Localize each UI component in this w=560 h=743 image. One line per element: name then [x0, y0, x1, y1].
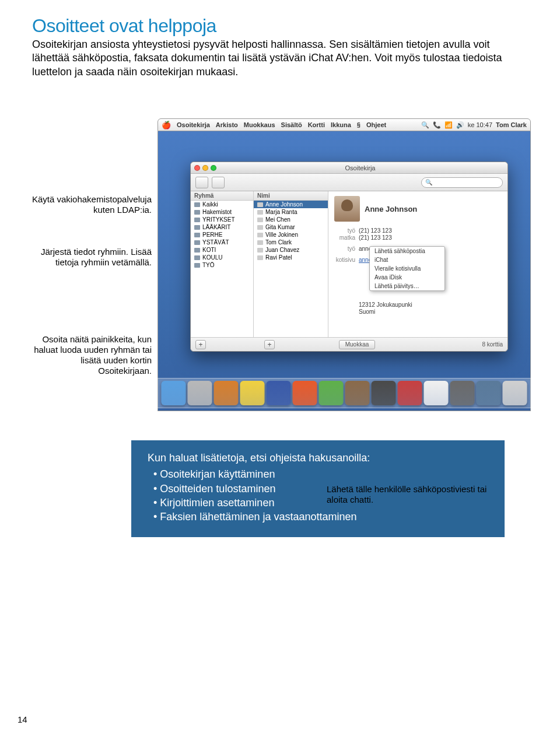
dock-app-icon[interactable] [424, 381, 449, 405]
group-item[interactable]: LÄÄKÄRIT [191, 223, 253, 231]
phone-mobile-value: (21) 123 123 [359, 234, 392, 241]
dock-app-icon[interactable] [477, 381, 501, 405]
desktop-area: Osoitekirja 🔍 Ryhmä KaikkiHakemistotYRIT… [158, 131, 531, 411]
window-footer: + + Muokkaa 8 korttia [191, 337, 508, 351]
dock-app-icon[interactable] [450, 381, 475, 405]
dock [155, 378, 534, 408]
view-card-button[interactable] [212, 177, 225, 188]
addr-city: 12312 Jokukaupunki [359, 302, 412, 308]
home-label: kotisivu [334, 257, 355, 263]
titlebar[interactable]: Osoitekirja [191, 162, 508, 174]
minimize-icon[interactable] [202, 165, 208, 171]
group-item[interactable]: KOTI [191, 246, 253, 254]
ctx-visit-home[interactable]: Vieraile kotisivulla [370, 264, 444, 273]
ctx-open-idisk[interactable]: Avaa iDisk [370, 273, 444, 282]
context-menu: Lähetä sähköpostia iChat Vieraile kotisi… [369, 246, 445, 291]
phone-icon[interactable]: 📞 [433, 121, 441, 129]
dock-app-icon[interactable] [372, 381, 396, 405]
intro-text: Osoitekirjan ansiosta yhteystietosi pysy… [32, 38, 528, 79]
folder-icon [194, 248, 200, 253]
menubar-user[interactable]: Tom Clark [496, 121, 527, 128]
ctx-send-mail[interactable]: Lähetä sähköpostia [370, 247, 444, 255]
menu-item[interactable]: Ikkuna [331, 121, 351, 128]
avatar[interactable] [334, 196, 360, 222]
groups-header: Ryhmä [191, 191, 253, 201]
window-title: Osoitekirja [216, 164, 504, 171]
volume-icon[interactable]: 🔊 [456, 121, 464, 129]
add-group-button[interactable]: + [195, 340, 206, 349]
screenshot-frame: 🍎 Osoitekirja Arkisto Muokkaus Sisältö K… [158, 118, 531, 411]
dock-app-icon[interactable] [293, 381, 317, 405]
script-menu-icon[interactable]: § [357, 121, 360, 128]
search-icon: 🔍 [425, 179, 432, 185]
callout-buttons: Osoita näitä painikkeita, kun haluat luo… [29, 334, 152, 376]
group-item[interactable]: YSTÄVÄT [191, 239, 253, 246]
addr-country: Suomi [359, 309, 375, 315]
menubar: 🍎 Osoitekirja Arkisto Muokkaus Sisältö K… [158, 118, 531, 131]
card-icon [257, 210, 263, 215]
phone-work-value: (21) 123 123 [359, 227, 392, 234]
name-item[interactable]: Ville Jokinen [254, 231, 328, 239]
menu-item[interactable]: Osoitekirja [177, 121, 210, 128]
spotlight-icon[interactable]: 🔍 [421, 121, 429, 129]
callout-ldap: Käytä vakiohakemistopalveluja kuten LDAP… [29, 194, 152, 247]
folder-icon [194, 240, 200, 245]
folder-icon [194, 225, 200, 230]
card-icon [257, 240, 263, 245]
name-item[interactable]: Tom Clark [254, 239, 328, 246]
add-card-button[interactable]: + [264, 340, 275, 349]
dock-app-icon[interactable] [240, 381, 265, 405]
dock-app-icon[interactable] [503, 381, 527, 405]
dock-app-icon[interactable] [214, 381, 239, 405]
menu-item[interactable]: Kortti [308, 121, 325, 128]
page-number: 14 [18, 714, 27, 724]
dock-app-icon[interactable] [319, 381, 344, 405]
group-item[interactable]: KOULU [191, 254, 253, 261]
menu-item[interactable]: Arkisto [216, 121, 238, 128]
name-item[interactable]: Juan Chavez [254, 246, 328, 254]
card-icon [257, 218, 263, 222]
ctx-ichat[interactable]: iChat [370, 255, 444, 264]
email-label[interactable]: työ [334, 246, 355, 252]
help-box-title: Kun haluat lisätietoja, etsi ohjeista ha… [148, 451, 488, 465]
name-item[interactable]: Marja Ranta [254, 208, 328, 216]
group-item[interactable]: YRITYKSET [191, 216, 253, 223]
zoom-icon[interactable] [211, 165, 216, 171]
dock-app-icon[interactable] [345, 381, 370, 405]
menu-item[interactable]: Sisältö [281, 121, 302, 128]
dock-app-icon[interactable] [188, 381, 212, 405]
group-item[interactable]: PERHE [191, 231, 253, 239]
card-icon [257, 248, 263, 253]
menu-item[interactable]: Ohjeet [366, 121, 386, 128]
names-header: Nimi [254, 191, 328, 201]
card-icon [257, 225, 263, 230]
folder-icon [194, 233, 200, 237]
dock-app-icon[interactable] [162, 381, 186, 405]
group-item[interactable]: TYÖ [191, 261, 253, 269]
phone-work-label: työ [334, 227, 355, 234]
name-item[interactable]: Mei Chen [254, 216, 328, 223]
group-item[interactable]: Kaikki [191, 201, 253, 208]
folder-icon [194, 263, 200, 268]
signal-icon[interactable]: 📶 [444, 121, 453, 129]
name-item[interactable]: Anne Johnson [254, 201, 328, 208]
folder-icon [194, 255, 200, 260]
apple-menu-icon[interactable]: 🍎 [162, 121, 171, 129]
folder-icon [194, 202, 200, 207]
menubar-time: ke 10:47 [468, 121, 492, 128]
dock-app-icon[interactable] [398, 381, 422, 405]
view-single-button[interactable] [195, 177, 208, 188]
ctx-send-update[interactable]: Lähetä päivitys… [370, 282, 444, 290]
name-item[interactable]: Gita Kumar [254, 223, 328, 231]
menu-item[interactable]: Muokkaus [244, 121, 275, 128]
card-name: Anne Johnson [365, 205, 417, 213]
card-icon [257, 255, 263, 260]
close-icon[interactable] [194, 165, 200, 171]
edit-button[interactable]: Muokkaa [339, 340, 375, 349]
search-input[interactable]: 🔍 [421, 177, 503, 188]
dock-app-icon[interactable] [267, 381, 291, 405]
group-item[interactable]: Hakemistot [191, 208, 253, 216]
name-item[interactable]: Ravi Patel [254, 254, 328, 261]
folder-icon [194, 218, 200, 222]
card-count: 8 korttia [482, 341, 503, 348]
